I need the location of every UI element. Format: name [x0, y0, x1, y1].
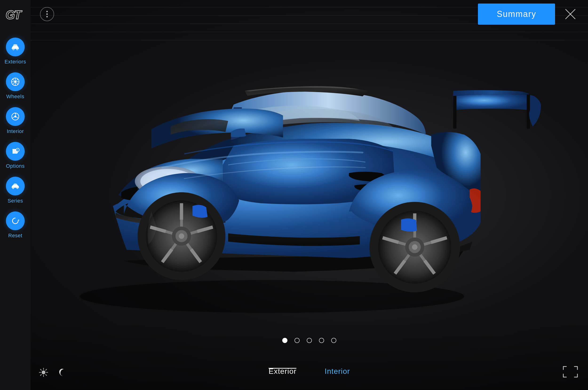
svg-line-37 — [12, 79, 14, 81]
tab-exterior[interactable]: Exterior — [254, 367, 310, 376]
dot-1 — [46, 11, 48, 12]
svg-line-60 — [46, 369, 47, 370]
exteriors-label: Exteriors — [4, 59, 26, 65]
wheels-icon-bg — [6, 72, 25, 91]
carousel-dot-3[interactable] — [319, 338, 324, 343]
interior-label: Interior — [7, 128, 24, 134]
options-icon: + — [11, 146, 20, 156]
svg-text:GT: GT — [6, 8, 22, 22]
svg-line-58 — [41, 369, 41, 370]
sidebar-item-interior[interactable]: Interior — [6, 107, 25, 134]
wing-endplate — [529, 95, 541, 126]
moon-icon — [57, 367, 67, 378]
carousel-dot-0[interactable] — [282, 338, 288, 343]
menu-dots-button[interactable] — [40, 7, 54, 21]
carousel-dot-2[interactable] — [307, 338, 312, 343]
dot-2 — [46, 13, 48, 15]
svg-point-12 — [179, 233, 184, 239]
bottom-left-controls — [38, 367, 68, 378]
car-front-icon — [11, 42, 20, 52]
svg-rect-30 — [17, 48, 19, 49]
reset-label: Reset — [8, 233, 22, 239]
sidebar-item-options[interactable]: + Options — [6, 142, 25, 169]
logo: GT — [5, 7, 26, 23]
night-mode-button[interactable] — [57, 367, 68, 378]
svg-rect-29 — [12, 48, 13, 49]
car-visual — [47, 28, 541, 345]
bottom-right-controls — [562, 365, 579, 378]
sidebar-item-wheels[interactable]: Wheels — [6, 72, 25, 100]
svg-point-48 — [12, 187, 14, 189]
tab-interior-label: Interior — [325, 367, 350, 376]
steering-wheel-icon — [11, 112, 20, 121]
svg-point-42 — [14, 116, 16, 117]
series-icon — [11, 181, 20, 191]
wheel-icon — [11, 77, 20, 87]
wheels-label: Wheels — [6, 94, 24, 100]
svg-line-44 — [18, 118, 19, 118]
options-icon-bg: + — [6, 142, 25, 161]
sidebar-item-reset[interactable]: Reset — [6, 211, 25, 239]
front-brake-caliper — [192, 205, 207, 218]
car-svg — [47, 28, 541, 345]
dot-3 — [46, 16, 48, 17]
interior-icon-bg — [6, 107, 25, 126]
summary-button[interactable]: Summary — [478, 3, 555, 25]
carousel-dot-1[interactable] — [294, 338, 300, 343]
exteriors-icon-bg — [6, 38, 25, 56]
carousel-dot-4[interactable] — [331, 338, 336, 343]
sidebar: GT Exteriors — [0, 0, 31, 390]
tab-exterior-underline — [269, 368, 296, 369]
fullscreen-button[interactable] — [562, 365, 579, 378]
carousel-dots — [31, 338, 588, 343]
svg-point-25 — [412, 244, 417, 250]
svg-line-40 — [12, 83, 14, 85]
gt-logo-svg: GT — [5, 7, 26, 22]
rear-wing-body — [453, 94, 530, 110]
sidebar-item-series[interactable]: Series — [6, 177, 25, 204]
svg-line-38 — [16, 83, 18, 85]
svg-marker-50 — [18, 219, 19, 221]
sun-icon — [38, 367, 49, 378]
bottom-bar: Exterior Interior — [31, 352, 588, 390]
close-icon — [563, 7, 577, 21]
sidebar-item-exteriors[interactable]: Exteriors — [4, 38, 26, 65]
svg-point-32 — [14, 81, 16, 83]
svg-line-45 — [12, 118, 13, 118]
svg-text:+: + — [17, 149, 18, 151]
rear-brake-caliper — [401, 218, 417, 232]
svg-point-53 — [42, 371, 45, 374]
fullscreen-icon — [562, 365, 579, 378]
reset-icon-bg — [6, 211, 25, 230]
svg-line-61 — [41, 375, 41, 375]
day-mode-button[interactable] — [38, 367, 49, 378]
svg-point-49 — [17, 187, 18, 189]
wing-support-left — [453, 96, 457, 129]
series-icon-bg — [6, 177, 25, 195]
topbar: Summary — [31, 0, 588, 28]
svg-line-39 — [16, 79, 18, 81]
car-background — [0, 0, 588, 390]
reset-icon — [11, 216, 20, 226]
options-label: Options — [6, 163, 24, 169]
close-button[interactable] — [562, 6, 579, 22]
tab-interior[interactable]: Interior — [310, 367, 364, 376]
svg-line-59 — [46, 375, 47, 375]
series-label: Series — [7, 198, 23, 204]
